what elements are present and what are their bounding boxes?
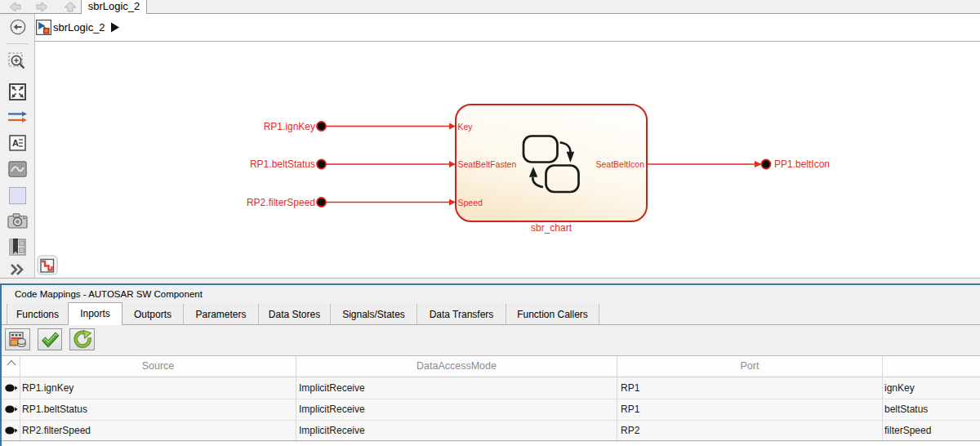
svg-text:RP1.beltStatus: RP1.beltStatus bbox=[250, 158, 315, 170]
svg-text:Key: Key bbox=[458, 122, 474, 132]
svg-text:PP1.beltIcon: PP1.beltIcon bbox=[774, 158, 830, 170]
svg-text:sbr_chart: sbr_chart bbox=[531, 222, 572, 234]
svg-text:RP1.ignKey: RP1.ignKey bbox=[264, 121, 315, 132]
svg-text:RP2.filterSpeed: RP2.filterSpeed bbox=[247, 197, 315, 208]
svg-text:Speed: Speed bbox=[458, 198, 483, 207]
svg-text:SeatBeltIcon: SeatBeltIcon bbox=[595, 159, 644, 169]
svg-text:A: A bbox=[12, 138, 19, 148]
svg-text:SeatBeltFasten: SeatBeltFasten bbox=[458, 159, 517, 169]
